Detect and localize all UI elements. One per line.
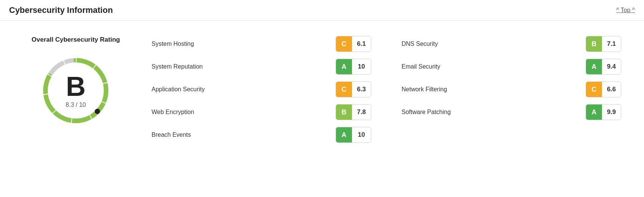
badge-score: 10 [352,59,371,75]
metric-name: Network Filtering [402,86,580,93]
badge-score: 7.8 [352,104,371,120]
metric-badge: A9.4 [586,59,621,75]
badge-grade: A [336,127,352,143]
right-metrics-column: DNS SecurityB7.1Email SecurityA9.4Networ… [402,36,621,143]
gauge-score: 8.3 / 10 [66,102,86,108]
metric-row: Web EncryptionB7.8 [152,104,371,120]
metric-badge: A10 [336,127,371,143]
top-link[interactable]: ^ Top ^ [616,7,635,14]
overall-section: Overall Cybersecurity Rating [23,36,129,128]
metric-row: System HostingC6.1 [152,36,371,52]
gauge-grade: B [66,73,86,100]
badge-grade: B [586,36,602,52]
page-title: Cybersecurity Information [9,5,113,15]
left-metrics-column: System HostingC6.1System ReputationA10Ap… [152,36,371,143]
badge-grade: C [336,36,352,52]
metric-row: Application SecurityC6.3 [152,81,371,97]
badge-grade: C [586,81,602,97]
metric-name: Application Security [152,86,330,93]
metric-badge: A9.9 [586,104,621,120]
metric-row: Email SecurityA9.4 [402,59,621,75]
badge-score: 6.1 [352,36,371,52]
page-wrapper: Cybersecurity Information ^ Top ^ Overal… [0,0,644,158]
metric-badge: B7.1 [586,36,621,52]
badge-score: 10 [352,127,371,143]
metric-row: Software PatchingA9.9 [402,104,621,120]
metrics-section: System HostingC6.1System ReputationA10Ap… [152,36,621,143]
main-content: Overall Cybersecurity Rating [0,21,644,158]
badge-score: 7.1 [602,36,621,52]
metric-row: System ReputationA10 [152,59,371,75]
metric-row: DNS SecurityB7.1 [402,36,621,52]
metric-name: Breach Events [152,131,330,138]
overall-label: Overall Cybersecurity Rating [31,36,120,44]
gauge-center: B 8.3 / 10 [66,73,86,108]
badge-grade: A [586,59,602,75]
badge-score: 6.6 [602,81,621,97]
badge-grade: A [336,59,352,75]
metric-name: Email Security [402,63,580,70]
badge-score: 9.9 [602,104,621,120]
metric-row: Network FilteringC6.6 [402,81,621,97]
metric-badge: C6.3 [336,81,371,97]
metric-badge: B7.8 [336,104,371,120]
metric-badge: C6.1 [336,36,371,52]
metric-row: Breach EventsA10 [152,127,371,143]
badge-score: 6.3 [352,81,371,97]
metric-name: Software Patching [402,109,580,116]
gauge-container: B 8.3 / 10 [38,53,114,128]
badge-grade: A [586,104,602,120]
gauge-dot [95,109,100,114]
badge-grade: B [336,104,352,120]
metric-name: System Hosting [152,41,330,47]
metric-badge: A10 [336,59,371,75]
metric-name: System Reputation [152,63,330,70]
badge-grade: C [336,81,352,97]
header: Cybersecurity Information ^ Top ^ [0,0,644,21]
metric-name: DNS Security [402,41,580,47]
badge-score: 9.4 [602,59,621,75]
metric-badge: C6.6 [586,81,621,97]
metric-name: Web Encryption [152,109,330,116]
